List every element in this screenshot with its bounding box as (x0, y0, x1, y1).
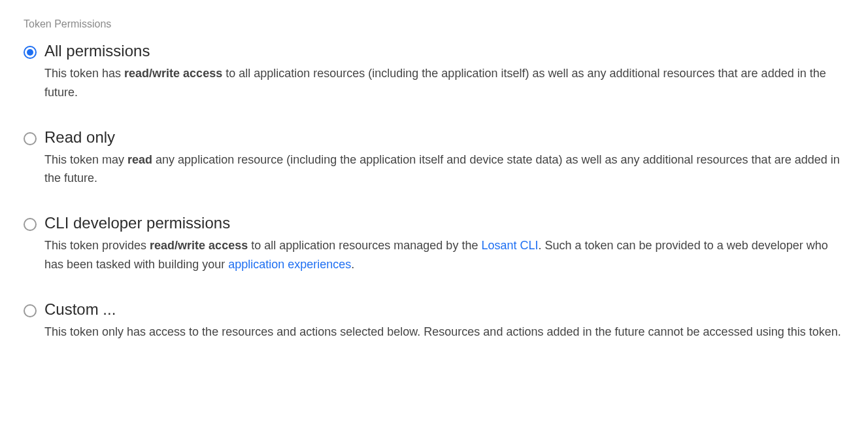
desc-text: . (351, 258, 354, 271)
option-title-read[interactable]: Read only (44, 128, 844, 147)
link-application-experiences[interactable]: application experiences (228, 258, 351, 271)
option-body: Custom ... This token only has access to… (44, 300, 844, 342)
desc-text: This token provides (44, 239, 150, 252)
section-label: Token Permissions (24, 18, 844, 30)
option-desc-cli: This token provides read/write access to… (44, 236, 844, 274)
option-custom: Custom ... This token only has access to… (24, 300, 844, 342)
option-title-all[interactable]: All permissions (44, 42, 844, 60)
radio-all-permissions[interactable] (24, 46, 37, 59)
option-read-only: Read only This token may read any applic… (24, 128, 844, 188)
desc-strong: read/write access (150, 239, 248, 252)
desc-text: any application resource (including the … (44, 153, 840, 185)
radio-custom[interactable] (24, 304, 37, 317)
link-losant-cli[interactable]: Losant CLI (481, 239, 538, 252)
option-cli-developer: CLI developer permissions This token pro… (24, 214, 844, 274)
option-body: CLI developer permissions This token pro… (44, 214, 844, 274)
option-desc-read: This token may read any application reso… (44, 150, 844, 188)
option-body: Read only This token may read any applic… (44, 128, 844, 188)
option-desc-custom: This token only has access to the resour… (44, 323, 844, 342)
desc-strong: read (127, 153, 152, 166)
desc-strong: read/write access (124, 67, 222, 80)
radio-cli-developer[interactable] (24, 218, 37, 231)
option-all-permissions: All permissions This token has read/writ… (24, 42, 844, 102)
desc-text: This token only has access to the resour… (44, 325, 841, 338)
option-title-custom[interactable]: Custom ... (44, 300, 844, 319)
option-title-cli[interactable]: CLI developer permissions (44, 214, 844, 232)
radio-read-only[interactable] (24, 132, 37, 145)
option-body: All permissions This token has read/writ… (44, 42, 844, 102)
desc-text: This token has (44, 67, 124, 80)
desc-text: to all application resources managed by … (248, 239, 481, 252)
option-desc-all: This token has read/write access to all … (44, 64, 844, 102)
token-permission-options: All permissions This token has read/writ… (24, 42, 844, 342)
desc-text: This token may (44, 153, 127, 166)
